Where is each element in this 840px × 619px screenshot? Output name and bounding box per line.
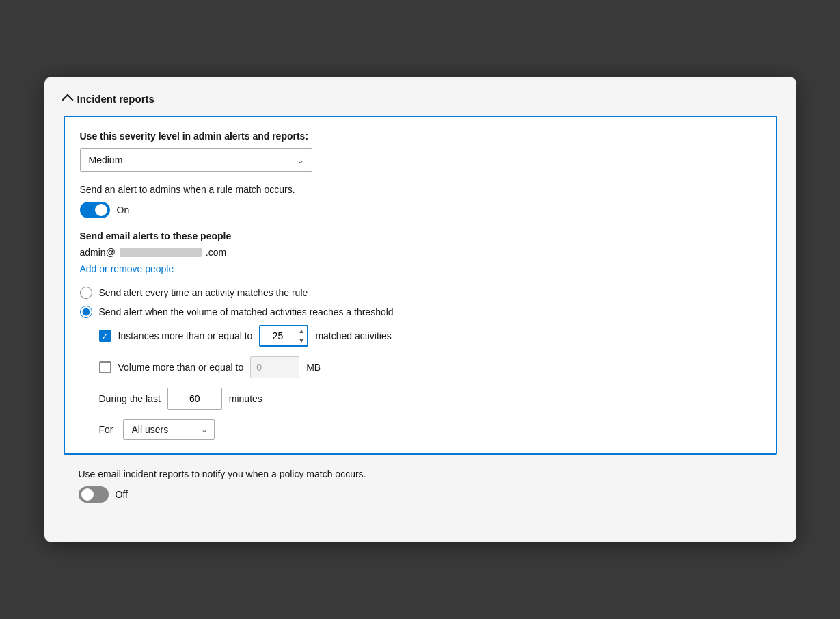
radio-threshold-input[interactable] <box>80 306 92 318</box>
volume-unit: MB <box>306 362 321 373</box>
volume-input <box>251 357 299 378</box>
during-suffix: minutes <box>229 393 262 404</box>
instances-input[interactable] <box>260 326 295 345</box>
add-remove-people-link[interactable]: Add or remove people <box>80 263 174 274</box>
alert-rule-text: Send an alert to admins when a rule matc… <box>80 184 761 195</box>
blue-bordered-section: Use this severity level in admin alerts … <box>64 116 777 455</box>
for-select[interactable]: All users Specific users <box>123 419 215 440</box>
volume-checkbox[interactable] <box>99 361 111 373</box>
instances-down-btn[interactable]: ▼ <box>295 336 307 345</box>
section-title: Incident reports <box>77 93 154 105</box>
chevron-up-icon <box>62 94 73 105</box>
volume-input-wrapper <box>250 356 299 378</box>
section-header: Incident reports <box>64 93 777 105</box>
for-row: For All users Specific users ⌄ <box>99 419 761 440</box>
instances-row: ✓ Instances more than or equal to ▲ ▼ ma… <box>99 325 761 347</box>
instances-spinner: ▲ ▼ <box>295 326 307 345</box>
alert-toggle-row: On <box>80 202 761 218</box>
bottom-section: Use email incident reports to notify you… <box>64 455 777 526</box>
off-toggle-row: Off <box>79 486 762 503</box>
email-redacted <box>120 248 202 257</box>
outer-card: Incident reports Use this severity level… <box>44 77 796 542</box>
checkmark-icon: ✓ <box>101 332 109 341</box>
email-suffix: .com <box>206 247 226 258</box>
email-section-title: Send email alerts to these people <box>80 231 761 241</box>
instances-label: Instances more than or equal to <box>118 330 253 341</box>
instances-up-btn[interactable]: ▲ <box>295 326 307 336</box>
radio-every-input[interactable] <box>80 287 92 299</box>
radio-every-row: Send alert every time an activity matche… <box>80 287 761 299</box>
off-toggle[interactable] <box>79 486 109 503</box>
for-select-wrapper: All users Specific users ⌄ <box>123 419 215 440</box>
toggle-track-on <box>80 202 110 218</box>
for-label: For <box>99 424 113 435</box>
bottom-text: Use email incident reports to notify you… <box>79 469 762 479</box>
alert-toggle[interactable] <box>80 202 110 218</box>
toggle-thumb-off <box>81 488 94 501</box>
during-prefix: During the last <box>99 393 161 404</box>
email-prefix: admin@ <box>80 247 116 258</box>
during-row: During the last minutes <box>99 388 761 410</box>
email-row: admin@ .com <box>80 247 761 258</box>
threshold-section: ✓ Instances more than or equal to ▲ ▼ ma… <box>99 325 761 440</box>
matched-activities-label: matched activities <box>315 330 391 341</box>
radio-every-label[interactable]: Send alert every time an activity matche… <box>99 287 308 298</box>
instances-input-wrapper: ▲ ▼ <box>259 325 308 347</box>
severity-label: Use this severity level in admin alerts … <box>80 131 761 142</box>
severity-select[interactable]: Low Medium High <box>80 148 312 172</box>
toggle-thumb-on <box>95 204 107 216</box>
toggle-track-off <box>79 486 109 503</box>
radio-threshold-row: Send alert when the volume of matched ac… <box>80 306 761 318</box>
radio-threshold-label[interactable]: Send alert when the volume of matched ac… <box>99 306 394 317</box>
toggle-off-label: Off <box>116 489 128 500</box>
volume-label: Volume more than or equal to <box>118 362 244 373</box>
severity-select-wrapper: Low Medium High ⌄ <box>80 148 312 172</box>
during-input-wrapper <box>167 388 222 410</box>
during-input[interactable] <box>168 388 221 409</box>
volume-row: Volume more than or equal to MB <box>99 356 761 378</box>
instances-checkbox[interactable]: ✓ <box>99 330 111 342</box>
toggle-on-label: On <box>117 205 130 215</box>
